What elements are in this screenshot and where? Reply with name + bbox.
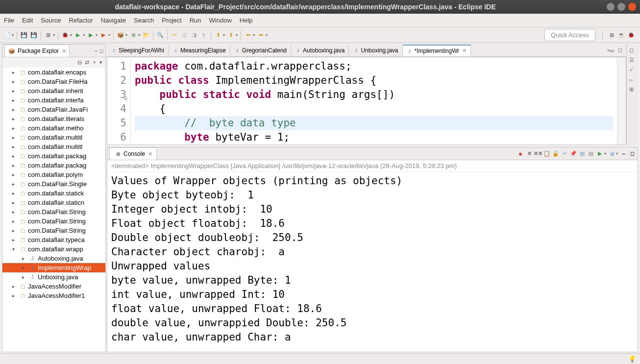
new-console-icon[interactable]: 🖥 [608, 150, 615, 157]
editor-tab[interactable]: JAutoboxing.java [291, 45, 349, 56]
filter-icon[interactable]: ⚬ [92, 59, 97, 66]
tree-item[interactable]: ▸▢com.dataflair.inherit [2, 86, 105, 96]
back-icon[interactable]: ⬅ [244, 31, 252, 39]
link-editor-icon[interactable]: ⇄ [85, 59, 89, 66]
view-menu-icon[interactable]: ▾ [99, 59, 102, 66]
expand-arrow-icon[interactable]: ▸ [22, 256, 29, 261]
save-all-icon[interactable]: 💾 [30, 31, 38, 39]
close-icon[interactable]: ✕ [148, 151, 152, 157]
tree-item[interactable]: ▸▢com.dataflair.typeca [2, 235, 105, 244]
dropdown-icon[interactable]: ▾ [12, 33, 14, 37]
new-package-icon[interactable]: 📦 [117, 31, 124, 39]
forward-icon[interactable]: ➡ [257, 31, 265, 39]
tree-item[interactable]: ▸▢JavaAcessModifier [2, 282, 105, 291]
tree-item[interactable]: ▸JUnboxing.java [2, 272, 105, 282]
close-icon[interactable]: ✕ [462, 48, 467, 54]
expand-arrow-icon[interactable]: ▸ [12, 209, 19, 215]
tree-item[interactable]: ▸JImplementingWrap [2, 263, 105, 272]
expand-arrow-icon[interactable]: ▸ [12, 125, 19, 131]
tree-item[interactable]: ▸JAutoboxing.java [2, 254, 105, 263]
console-output[interactable]: Values of Wrapper objects (printing as o… [107, 172, 638, 352]
close-icon[interactable]: ✕ [62, 48, 66, 54]
expand-arrow-icon[interactable]: ▸ [12, 88, 19, 94]
tree-item[interactable]: ▸▢com.dataflair.metho [2, 123, 105, 133]
menu-navigate[interactable]: Navigate [101, 17, 126, 24]
tree-item[interactable]: ▸▢com.dataflair.interfa [2, 96, 105, 105]
expand-arrow-icon[interactable]: ▸ [12, 191, 19, 196]
window-maximize-button[interactable] [617, 3, 625, 11]
dropdown-icon[interactable]: ▾ [96, 33, 98, 37]
dropdown-icon[interactable]: ▾ [236, 33, 238, 37]
expand-arrow-icon[interactable]: ▸ [12, 116, 19, 121]
new-class-icon[interactable]: ⊕ [129, 31, 137, 39]
expand-arrow-icon[interactable]: ▸ [12, 97, 19, 103]
tree-item[interactable]: ▸▢com.DataFlair.String [2, 207, 105, 217]
package-tree[interactable]: ▸▢com.dataflair.encaps▸▢com.DataFlair.Fi… [2, 68, 105, 352]
outline-view-icon[interactable]: ⊞ [629, 86, 636, 93]
display-selected-icon[interactable]: ▤ [588, 150, 594, 157]
expand-arrow-icon[interactable]: ▸ [12, 237, 19, 243]
minimize-icon[interactable]: ‒ [620, 150, 627, 157]
tree-item[interactable]: ▸▢com.dataflair.staticn [2, 198, 105, 207]
restore-icon[interactable]: ◻ [629, 47, 636, 54]
dropdown-icon[interactable]: ▾ [223, 33, 225, 37]
word-wrap-icon[interactable]: ↵ [561, 150, 568, 157]
editor-tab[interactable]: J*ImplementingWr✕ [403, 45, 471, 56]
expand-arrow-icon[interactable]: ▸ [12, 79, 19, 84]
menu-window[interactable]: Window [209, 17, 232, 24]
dropdown-icon[interactable]: ▾ [108, 33, 110, 37]
tab-overflow[interactable]: »₂₀◻ [603, 47, 626, 53]
window-close-button[interactable] [628, 3, 636, 11]
menu-source[interactable]: Source [41, 17, 61, 24]
maximize-icon[interactable]: ◻ [629, 150, 636, 157]
tree-item[interactable]: ▸▢com.dataflair.multitl [2, 142, 105, 151]
expand-arrow-icon[interactable]: ▸ [22, 274, 29, 280]
console-tab[interactable]: 🖥 Console ✕ [109, 147, 157, 160]
window-minimize-button[interactable] [607, 3, 615, 11]
show-console-icon[interactable]: ▤ [579, 150, 586, 157]
tree-item[interactable]: ▸▢com.dataflair.literals [2, 114, 105, 123]
quick-access-input[interactable]: Quick Access [544, 29, 595, 41]
tree-item[interactable]: ▸▢com.dataflair.packag [2, 161, 105, 170]
overview-ruler[interactable] [617, 57, 626, 145]
debug-icon[interactable]: 🐞 [61, 31, 69, 39]
expand-arrow-icon[interactable]: ▾ [12, 246, 19, 252]
menu-search[interactable]: Search [134, 17, 154, 24]
expand-arrow-icon[interactable]: ▸ [12, 284, 19, 289]
expand-arrow-icon[interactable]: ▸ [12, 135, 19, 140]
ext-tools-icon[interactable]: ▶ [99, 31, 107, 39]
dropdown-icon[interactable]: ▾ [53, 33, 55, 37]
expand-arrow-icon[interactable]: ▸ [12, 218, 19, 224]
prev-annotation-icon[interactable]: ⬆ [214, 31, 222, 39]
scroll-lock-icon[interactable]: 🔒 [552, 150, 559, 157]
debug-perspective-icon[interactable]: 🐞 [627, 31, 635, 39]
tree-item[interactable]: ▸▢com.dataflair.polym [2, 170, 105, 179]
tree-item[interactable]: ▸▢com.DataFlair.String [2, 217, 105, 226]
editor-tab[interactable]: JUnboxing.java [349, 45, 402, 56]
dropdown-icon[interactable]: ▾ [253, 33, 255, 37]
new-icon[interactable]: 📄 [3, 31, 11, 39]
tree-item[interactable]: ▸▢com.dataflair.statick [2, 189, 105, 198]
expand-arrow-icon[interactable]: ▸ [12, 228, 19, 233]
package-explorer-tab[interactable]: 📦 Package Explor ✕ [4, 45, 70, 57]
tree-item[interactable]: ▸▢com.dataflair.multitl [2, 133, 105, 142]
minimize-icon[interactable]: ◻ [618, 47, 622, 53]
menu-edit[interactable]: Edit [22, 17, 33, 24]
menu-run[interactable]: Run [190, 17, 201, 24]
menu-project[interactable]: Project [162, 17, 181, 24]
minimize-icon[interactable]: ‒ [95, 48, 98, 53]
tree-item[interactable]: ▸▢com.DataFlair.Single [2, 179, 105, 189]
editor-tab[interactable]: JSleepingForAWhi [107, 45, 169, 56]
expand-arrow-icon[interactable]: ▸ [12, 153, 19, 159]
tree-item[interactable]: ▾▢com.dataflair.wrapp [2, 244, 105, 254]
open-perspective-icon[interactable]: ⊞ [608, 31, 615, 39]
collapse-all-icon[interactable]: ⊟ [77, 59, 82, 66]
clear-console-icon[interactable]: 📋 [543, 150, 550, 157]
open-console-icon[interactable]: ▶ [596, 150, 603, 157]
pin-console-icon[interactable]: 📌 [570, 150, 577, 157]
expand-arrow-icon[interactable]: ▸ [12, 144, 19, 149]
next-annotation-icon[interactable]: ⬇ [227, 31, 235, 39]
maximize-icon[interactable]: ◻ [99, 48, 103, 53]
save-icon[interactable]: 💾 [20, 31, 28, 39]
remove-launch-icon[interactable]: ✖ [526, 150, 533, 157]
